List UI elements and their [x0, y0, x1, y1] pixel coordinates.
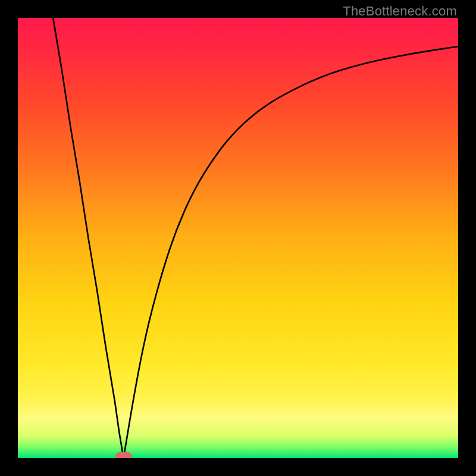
- minimum-marker: [115, 452, 132, 458]
- curve-overlay: [18, 18, 458, 458]
- plot-area: [18, 18, 458, 458]
- watermark-text: TheBottleneck.com: [343, 4, 457, 19]
- chart-outer-frame: TheBottleneck.com: [0, 0, 476, 476]
- curve-left-branch: [53, 18, 123, 458]
- curve-right-branch: [124, 46, 458, 458]
